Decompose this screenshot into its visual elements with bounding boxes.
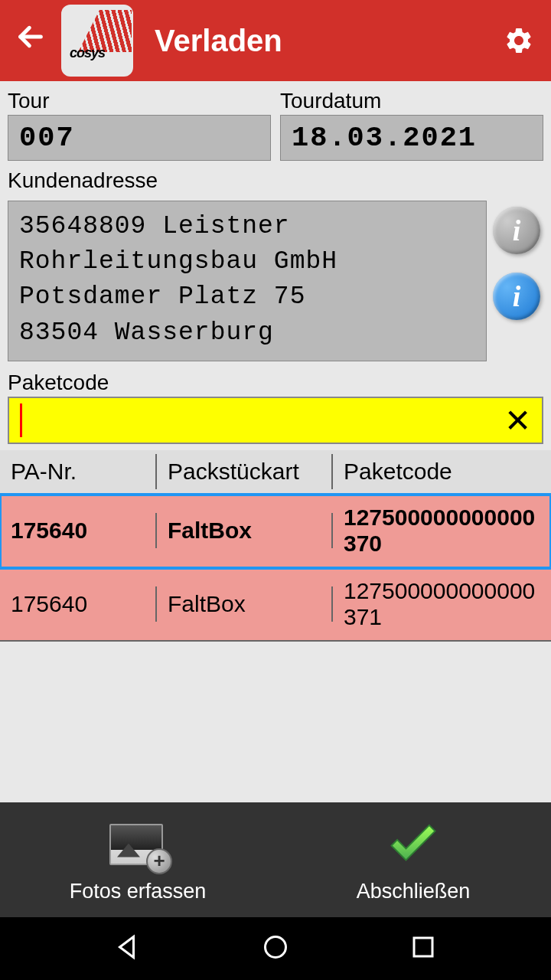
kundenadresse-field[interactable]: 35648809 Leistner Rohrleitungsbau GmbH P… [8, 201, 487, 361]
nav-recent-icon[interactable] [409, 933, 437, 964]
abschliessen-button[interactable]: Abschließen [276, 817, 551, 903]
info-blue-icon[interactable]: i [493, 273, 540, 320]
cell-packstueckart: FaltBox [157, 586, 333, 622]
cell-paketcode: 127500000000000371 [333, 573, 551, 635]
nav-back-icon[interactable] [114, 933, 142, 964]
nav-home-icon[interactable] [262, 933, 289, 964]
fotos-erfassen-button[interactable]: + Fotos erfassen [0, 817, 276, 903]
table-row[interactable]: 175640 FaltBox 127500000000000370 [0, 495, 551, 568]
col-paketcode: Paketcode [333, 454, 551, 489]
packages-table: PA-Nr. Packstückart Paketcode 175640 Fal… [0, 450, 551, 642]
tour-label: Tour [8, 89, 271, 113]
table-row[interactable]: 175640 FaltBox 127500000000000371 [0, 568, 551, 642]
settings-gear-icon[interactable] [502, 24, 536, 57]
fotos-label: Fotos erfassen [70, 880, 207, 903]
bottom-toolbar: + Fotos erfassen Abschließen [0, 802, 551, 917]
cell-pa-nr: 175640 [0, 513, 157, 548]
android-navbar [0, 917, 551, 980]
cell-paketcode: 127500000000000370 [333, 500, 551, 561]
checkmark-icon [384, 817, 442, 875]
page-title: Verladen [155, 24, 493, 58]
svg-rect-2 [414, 938, 432, 956]
header-bar: cosys Verladen [0, 0, 551, 81]
tourdatum-field[interactable]: 18.03.2021 [280, 115, 543, 161]
text-cursor [20, 403, 22, 437]
app-logo: cosys [61, 5, 133, 77]
add-photo-icon: + [109, 824, 166, 868]
tour-field[interactable]: 007 [8, 115, 271, 161]
cell-packstueckart: FaltBox [157, 513, 333, 548]
svg-point-1 [265, 937, 285, 958]
col-pa-nr: PA-Nr. [0, 454, 157, 489]
cell-pa-nr: 175640 [0, 586, 157, 622]
abschliessen-label: Abschließen [357, 880, 471, 903]
tourdatum-label: Tourdatum [280, 89, 543, 113]
content-area: Tour 007 Tourdatum 18.03.2021 Kundenadre… [0, 81, 551, 802]
kundenadresse-label: Kundenadresse [8, 168, 543, 193]
back-arrow-icon[interactable] [15, 21, 46, 60]
clear-input-icon[interactable]: ✕ [504, 402, 531, 439]
paketcode-label: Paketcode [8, 371, 543, 395]
col-packstueckart: Packstückart [157, 454, 333, 489]
paketcode-input[interactable]: ✕ [8, 397, 543, 444]
table-header: PA-Nr. Packstückart Paketcode [0, 450, 551, 495]
logo-text: cosys [70, 45, 105, 61]
info-gray-icon[interactable]: i [493, 207, 540, 254]
